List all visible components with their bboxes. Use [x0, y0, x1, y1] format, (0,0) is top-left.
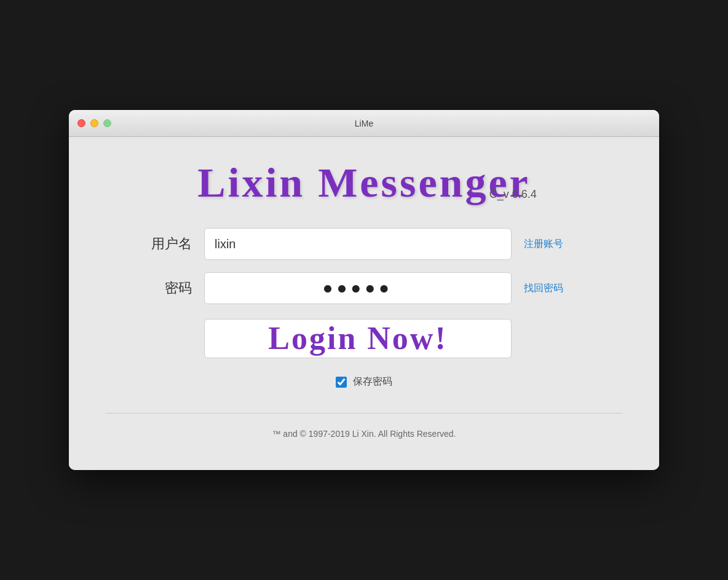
username-row: 用户名 注册账号 [143, 228, 585, 260]
footer-text: ™ and © 1997-2019 Li Xin. All Rights Res… [272, 429, 456, 439]
footer: ™ and © 1997-2019 Li Xin. All Rights Res… [106, 413, 622, 439]
close-button[interactable] [77, 119, 85, 127]
password-input-wrapper: ●●●●● [204, 272, 512, 304]
username-input[interactable] [204, 228, 512, 260]
register-link[interactable]: 注册账号 [524, 238, 585, 251]
password-dots: ●●●●● [323, 278, 394, 298]
save-password-label: 保存密码 [353, 375, 392, 388]
password-label: 密码 [143, 279, 192, 297]
app-logo: Lixin MessengerC_v 0.6.4 [197, 162, 531, 203]
app-window: LiMe Lixin MessengerC_v 0.6.4 用户名 注册账号 密… [69, 110, 659, 470]
username-label: 用户名 [143, 235, 192, 253]
login-button[interactable]: Login Now! [204, 319, 512, 358]
login-button-row: Login Now! [143, 316, 585, 358]
password-row: 密码 ●●●●● 找回密码 [143, 272, 585, 304]
maximize-button[interactable] [103, 119, 111, 127]
window-title: LiMe [355, 119, 373, 128]
login-button-label: Login Now! [268, 323, 447, 355]
save-password-checkbox[interactable] [336, 377, 347, 388]
window-controls [77, 119, 111, 127]
content-area: Lixin MessengerC_v 0.6.4 用户名 注册账号 密码 ●●●… [69, 137, 659, 470]
logo-main-text: Lixin Messenger [197, 159, 531, 206]
forgot-password-link[interactable]: 找回密码 [524, 282, 585, 295]
titlebar: LiMe [69, 110, 659, 137]
save-password-row: 保存密码 [143, 375, 585, 388]
logo-version-text: C_v 0.6.4 [489, 188, 537, 201]
login-form: 用户名 注册账号 密码 ●●●●● 找回密码 Login Now! [143, 228, 585, 388]
minimize-button[interactable] [90, 119, 98, 127]
